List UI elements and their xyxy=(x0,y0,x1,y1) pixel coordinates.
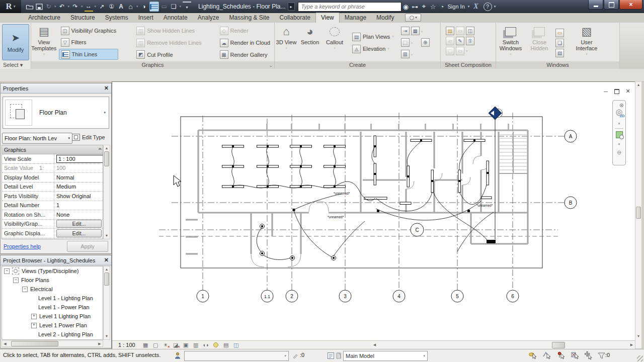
crop-view-icon[interactable]: ▣ xyxy=(182,341,190,348)
matchline-grid-icon[interactable]: ⬚ xyxy=(446,47,454,55)
redo-icon[interactable]: ↷ xyxy=(71,2,79,11)
cut-profile-button[interactable]: ◩Cut Profile xyxy=(134,49,203,60)
matchline-icon[interactable]: ▭ xyxy=(456,47,464,55)
legends-icon[interactable]: ▥ xyxy=(401,50,410,58)
scroll-thumb[interactable] xyxy=(104,151,109,166)
property-row[interactable]: Rotation on Sh...None xyxy=(2,210,103,220)
create-panel-label[interactable]: Create xyxy=(275,61,440,69)
edit-type-button[interactable]: Edit Type xyxy=(72,134,105,141)
graphics-panel-label[interactable]: Graphics⌄ xyxy=(31,61,274,69)
view-templates-button[interactable]: ▤ View Templates▾ xyxy=(31,23,57,60)
analytical-model-icon[interactable]: ◫ xyxy=(232,341,240,348)
title-expand-icon[interactable]: ▸ xyxy=(288,3,295,11)
scroll-right-icon[interactable]: ▶ xyxy=(97,341,103,347)
elevation-button[interactable]: ◬Elevation▾ xyxy=(350,44,396,54)
scroll-up-icon[interactable]: ▲ xyxy=(104,266,110,273)
exchange-apps-icon[interactable]: X xyxy=(473,3,478,11)
subscription-key-icon[interactable]: ⊶ xyxy=(411,3,420,11)
wires[interactable] xyxy=(232,141,494,260)
walls[interactable] xyxy=(186,130,528,254)
select-underlay-toggle-icon[interactable] xyxy=(542,351,551,360)
drag-on-selection-toggle-icon[interactable] xyxy=(584,351,593,360)
scroll-up-icon[interactable]: ▲ xyxy=(104,145,110,151)
scroll-down-icon[interactable]: ▼ xyxy=(104,233,110,239)
sheet-issues-icon[interactable]: ▱ xyxy=(446,37,454,45)
visibility-graphics-button[interactable]: ◫Visibility/ Graphics xyxy=(59,26,119,36)
sun-path-icon[interactable]: ☀× xyxy=(162,341,170,348)
tab-systems[interactable]: Systems xyxy=(100,13,133,23)
properties-header[interactable]: Properties ✕ xyxy=(1,83,111,94)
switch-windows-button[interactable]: Switch Windows▾ xyxy=(496,23,525,60)
tree-item-view[interactable]: Level 2 - Power Plan xyxy=(2,339,103,340)
scope-dropdown-icon[interactable]: ▾ xyxy=(411,41,420,45)
switch-windows-qat-icon[interactable]: ❏ xyxy=(170,2,178,11)
zoom-dropdown-icon[interactable]: ▾ xyxy=(618,141,620,148)
tab-analyze[interactable]: Analyze xyxy=(193,13,224,23)
project-browser-close-icon[interactable]: ✕ xyxy=(104,257,109,263)
tab-collaborate[interactable]: Collaborate xyxy=(275,13,315,23)
collapse-icon[interactable]: − xyxy=(13,278,19,283)
properties-help-link[interactable]: Properties help xyxy=(4,243,41,249)
cascade-windows-icon[interactable]: ❏ xyxy=(555,39,564,47)
active-design-option-combo[interactable]: Main Model▾ xyxy=(343,351,428,361)
selection-filter-icon[interactable] xyxy=(597,351,606,360)
stairs[interactable] xyxy=(499,132,528,173)
new-sheet-icon[interactable]: ▤ xyxy=(446,27,454,35)
view-restore-icon[interactable] xyxy=(613,88,621,95)
close-hidden-button[interactable]: Close Hidden xyxy=(525,23,553,60)
tree-item-electrical[interactable]: −Electrical xyxy=(2,285,103,294)
resize-grip[interactable] xyxy=(637,355,643,361)
sign-in-dropdown-icon[interactable]: ▾ xyxy=(468,5,470,9)
site-light-fixtures[interactable] xyxy=(260,224,336,260)
tab-architecture[interactable]: Architecture xyxy=(23,13,65,23)
section-icon[interactable]: ◑ xyxy=(140,2,148,11)
filters-button[interactable]: ▽Filters xyxy=(59,37,119,47)
sheet-composition-panel-label[interactable]: Sheet Composition xyxy=(441,61,496,69)
scroll-left-icon[interactable]: ◀ xyxy=(2,341,8,347)
wheel-dropdown-icon[interactable]: ▾ xyxy=(618,120,620,127)
property-row[interactable]: Detail LevelMedium xyxy=(2,183,103,192)
thin-lines-button[interactable]: Thin Lines xyxy=(59,49,119,60)
minimize-button[interactable] xyxy=(588,0,603,10)
lighting-fixtures[interactable] xyxy=(222,136,492,205)
user-interface-button[interactable]: ▧ User Interface▾ xyxy=(572,23,601,60)
canvas-hscrollbar[interactable]: ◀ ▶ xyxy=(371,340,635,349)
undo-dropdown-icon[interactable]: ▾ xyxy=(68,5,70,9)
help-dropdown-icon[interactable]: ▾ xyxy=(494,5,496,9)
revisions-icon[interactable]: ✎ xyxy=(456,37,464,45)
collapse-group-icon[interactable]: ^^ xyxy=(99,147,101,152)
tab-structure[interactable]: Structure xyxy=(65,13,100,23)
scroll-thumb[interactable] xyxy=(636,207,641,219)
tab-modify[interactable]: Modify xyxy=(371,13,399,23)
tab-insert[interactable]: Insert xyxy=(133,13,158,23)
expand-icon[interactable]: + xyxy=(31,314,37,319)
guide-grid-icon[interactable]: ① xyxy=(466,37,474,45)
view-minimize-icon[interactable]: ─ xyxy=(602,88,610,95)
aligned-dimension-icon[interactable]: ↗ xyxy=(98,2,106,11)
visibility-edit-button[interactable]: Edit... xyxy=(56,220,102,228)
temporary-hide-isolate-icon[interactable]: ◖◗ xyxy=(202,341,210,348)
tree-item-floor-plans[interactable]: −Floor Plans xyxy=(2,276,103,285)
drawing-area[interactable]: *unnamed* *unnamed* *unnamed* 1 1.1 2 3 … xyxy=(112,81,635,349)
tab-annotate[interactable]: Annotate xyxy=(158,13,193,23)
zoom-region-icon[interactable] xyxy=(616,131,623,138)
restore-button[interactable] xyxy=(604,0,619,10)
crop-region-visibility-icon[interactable]: ▥ xyxy=(192,341,200,348)
select-links-toggle-icon[interactable] xyxy=(528,351,537,360)
sign-in-label[interactable]: Sign In xyxy=(448,4,465,10)
3d-dropdown-icon[interactable]: ▾ xyxy=(136,5,138,9)
tree-item-view[interactable]: Level 1 - Power Plan xyxy=(2,303,103,312)
scroll-up-icon[interactable]: ▲ xyxy=(635,82,641,88)
search-binoculars-icon[interactable]: ◉ xyxy=(401,3,411,11)
sync-dropdown-icon[interactable]: ▾ xyxy=(54,5,56,9)
tree-item-view[interactable]: Level 2 - Lighting Plan xyxy=(2,330,103,339)
ribbon-collapse-button[interactable]: ▾ xyxy=(405,14,421,22)
shadows-icon[interactable]: ◪× xyxy=(172,341,180,348)
drafting-view-icon[interactable]: ⇥ xyxy=(401,27,410,35)
communication-center-icon[interactable]: ⌖ xyxy=(420,3,429,11)
reveal-hidden-elements-icon[interactable] xyxy=(212,341,220,348)
select-panel-label[interactable]: Select ▾ xyxy=(0,61,33,69)
sync-with-central-icon[interactable]: ↻ xyxy=(44,2,53,11)
user-icon[interactable]: ◔ xyxy=(438,3,447,11)
navigation-bar[interactable]: ⊗ ◎ 2D ▾ ▾ ⊖ xyxy=(612,100,626,165)
